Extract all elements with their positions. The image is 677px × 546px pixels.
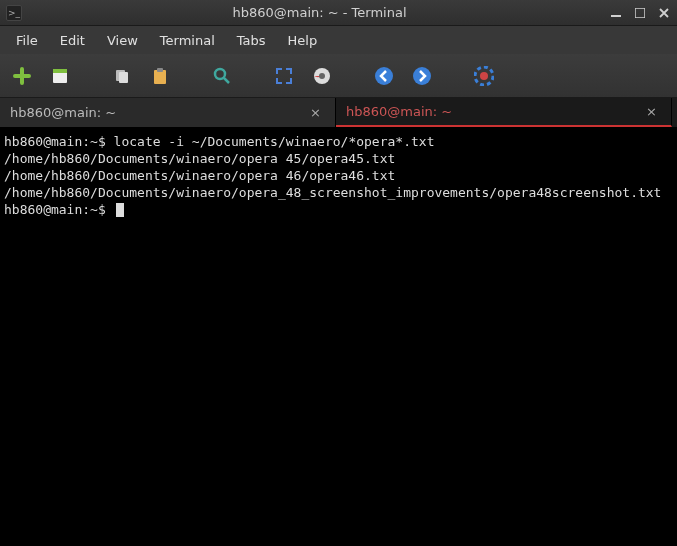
svg-rect-1: [635, 8, 645, 18]
menu-file[interactable]: File: [6, 29, 48, 52]
tab-1[interactable]: hb860@main: ~ ×: [0, 98, 336, 127]
tab-label: hb860@main: ~: [346, 104, 642, 119]
fullscreen-icon[interactable]: [272, 64, 296, 88]
search-icon[interactable]: [210, 64, 234, 88]
output-line: /home/hb860/Documents/winaero/opera_48_s…: [4, 185, 661, 200]
preferences-icon[interactable]: [310, 64, 334, 88]
close-icon[interactable]: ×: [306, 105, 325, 120]
maximize-button[interactable]: [633, 6, 647, 20]
tab-bar: hb860@main: ~ × hb860@main: ~ ×: [0, 98, 677, 128]
svg-point-12: [413, 67, 431, 85]
svg-point-14: [480, 72, 488, 80]
toolbar: [0, 54, 677, 98]
svg-point-10: [319, 73, 325, 79]
menu-terminal[interactable]: Terminal: [150, 29, 225, 52]
svg-point-11: [375, 67, 393, 85]
cursor: [116, 203, 124, 217]
app-icon: >_: [6, 5, 22, 21]
help-icon[interactable]: [472, 64, 496, 88]
new-tab-icon[interactable]: [10, 64, 34, 88]
command-text: locate -i ~/Documents/winaero/*opera*.tx…: [114, 134, 435, 149]
svg-rect-5: [119, 72, 128, 83]
svg-rect-7: [157, 68, 163, 72]
svg-rect-0: [611, 15, 621, 17]
terminal-area[interactable]: hb860@main:~$ locate -i ~/Documents/wina…: [0, 128, 677, 546]
tab-label: hb860@main: ~: [10, 105, 306, 120]
new-window-icon[interactable]: [48, 64, 72, 88]
svg-rect-6: [154, 70, 166, 84]
menubar: File Edit View Terminal Tabs Help: [0, 26, 677, 54]
back-icon[interactable]: [372, 64, 396, 88]
prompt: hb860@main:~$: [4, 134, 106, 149]
close-icon[interactable]: ×: [642, 104, 661, 119]
tab-2[interactable]: hb860@main: ~ ×: [336, 98, 672, 127]
svg-rect-3: [53, 69, 67, 73]
close-button[interactable]: [657, 6, 671, 20]
output-line: /home/hb860/Documents/winaero/opera 45/o…: [4, 151, 395, 166]
window-title: hb860@main: ~ - Terminal: [30, 5, 609, 20]
minimize-button[interactable]: [609, 6, 623, 20]
menu-edit[interactable]: Edit: [50, 29, 95, 52]
copy-icon[interactable]: [110, 64, 134, 88]
svg-point-8: [215, 69, 225, 79]
titlebar: >_ hb860@main: ~ - Terminal: [0, 0, 677, 26]
paste-icon[interactable]: [148, 64, 172, 88]
forward-icon[interactable]: [410, 64, 434, 88]
menu-view[interactable]: View: [97, 29, 148, 52]
prompt: hb860@main:~$: [4, 202, 106, 217]
output-line: /home/hb860/Documents/winaero/opera 46/o…: [4, 168, 395, 183]
menu-tabs[interactable]: Tabs: [227, 29, 276, 52]
window-controls: [609, 6, 671, 20]
menu-help[interactable]: Help: [278, 29, 328, 52]
